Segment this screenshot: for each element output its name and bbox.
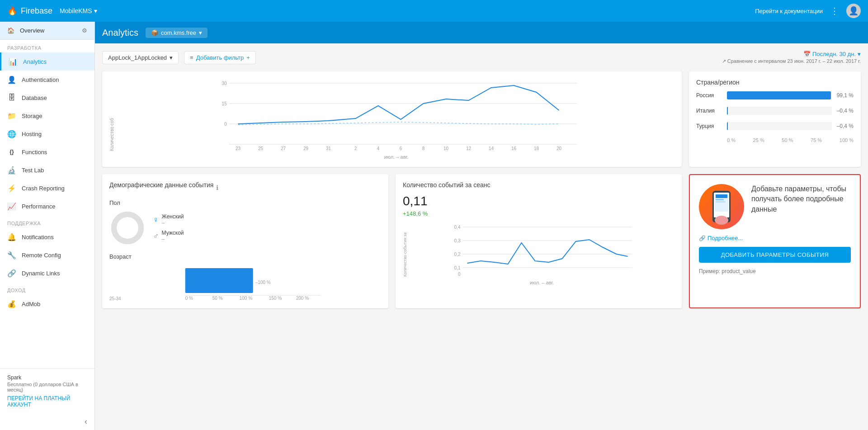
sidebar-section-revenue-label: ДОХОД — [0, 282, 94, 295]
add-filter-button[interactable]: ≡ Добавить фильтр + — [184, 51, 256, 64]
female-value: – — [162, 220, 184, 226]
subbar-chevron: ▾ — [199, 29, 202, 36]
sidebar-overview-label: Overview — [20, 27, 44, 34]
country-panel-title: Страна/регион — [696, 79, 854, 86]
age-bar-chart: –100 % 0 % 50 % 100 % 150 % 200 % — [125, 264, 381, 300]
sidebar-item-dynamiclinks-label: Dynamic Links — [22, 270, 60, 277]
settings-icon[interactable]: ⚙ — [82, 27, 87, 34]
subbar-package-selector[interactable]: 📦 com.kms.free ▾ — [146, 28, 208, 38]
country-bar-container-russia — [727, 91, 832, 99]
admob-icon: 💰 — [7, 299, 16, 308]
upgrade-link[interactable]: ПЕРЕЙТИ НА ПЛАТНЫЙ АККАУНТ — [7, 395, 87, 408]
calendar-icon: 📅 — [803, 51, 811, 57]
home-icon: 🏠 — [7, 27, 14, 34]
x-tick-75: 75 % — [811, 137, 822, 143]
sidebar-item-storage[interactable]: 📁 Storage — [0, 107, 94, 125]
svg-text:31: 31 — [326, 146, 331, 151]
documentation-link[interactable]: Перейти к документации — [755, 8, 823, 14]
sidebar-item-crashreporting[interactable]: ⚡ Crash Reporting — [0, 179, 94, 197]
svg-text:8: 8 — [422, 146, 425, 151]
svg-text:27: 27 — [281, 146, 286, 151]
svg-text:25: 25 — [258, 146, 264, 151]
svg-rect-25 — [185, 268, 253, 293]
sidebar-item-notifications[interactable]: 🔔 Notifications — [0, 228, 94, 246]
svg-rect-45 — [716, 199, 724, 200]
sidebar-item-database[interactable]: 🗄 Database — [0, 89, 94, 107]
package-icon: 📦 — [151, 29, 158, 36]
add-filter-label: Добавить фильтр — [196, 54, 244, 61]
sidebar-collapse-button[interactable]: ‹ — [0, 413, 94, 430]
country-name-russia: Россия — [696, 92, 723, 99]
user-avatar[interactable]: 👤 — [846, 4, 861, 18]
main-chart-panel: Количество соб 30 15 0 23 25 — [102, 71, 682, 167]
gender-item-male: ♂ Мужской – — [153, 230, 184, 242]
bottom-content-grid: Демографические данные события ℹ Пол ♀ Ж… — [102, 174, 861, 308]
sidebar-section-support: ПОДДЕРЖКА 🔔 Notifications 🔧 Remote Confi… — [0, 215, 94, 282]
subbar-package: com.kms.free — [161, 29, 196, 36]
sidebar-item-analytics[interactable]: 📊 Analytics — [0, 52, 94, 71]
country-bar-italy — [727, 107, 728, 115]
svg-text:14: 14 — [489, 146, 494, 151]
sidebar-bottom: Spark Бесплатно (0 долларов США в месяц)… — [0, 369, 94, 413]
x-tick-100: 100 % — [840, 137, 854, 143]
male-value: – — [162, 236, 184, 242]
date-range-selector[interactable]: 📅 Последн. 30 дн. ▾ ↗ Сравнение с интерв… — [722, 51, 861, 64]
dynamiclinks-icon: 🔗 — [7, 269, 16, 278]
phone-illustration — [706, 186, 737, 227]
more-options-icon[interactable]: ⋮ — [830, 5, 839, 16]
main-line-chart: 30 15 0 23 25 27 29 31 2 4 6 8 10 — [118, 79, 675, 151]
promo-panel: Добавьте параметры, чтобы получать более… — [689, 174, 861, 308]
promo-more-link[interactable]: 🔗 Подробнее... — [699, 235, 851, 241]
svg-text:2: 2 — [354, 146, 357, 151]
app-filter-select[interactable]: AppLock_1AppLocked ▾ — [102, 51, 179, 64]
gender-item-female: ♀ Женский – — [153, 213, 184, 226]
svg-text:0: 0 — [224, 122, 227, 127]
date-range-chevron: ▾ — [858, 51, 861, 57]
country-name-turkey: Турция — [696, 123, 723, 129]
flame-icon: 🔥 — [7, 6, 17, 16]
sidebar-item-functions[interactable]: {} Functions — [0, 143, 94, 161]
sidebar-item-performance-label: Performance — [22, 203, 55, 210]
events-chart-x-label: июл. – авг. — [409, 280, 675, 285]
sidebar-item-crashreporting-label: Crash Reporting — [22, 185, 65, 192]
add-event-params-button[interactable]: ДОБАВИТЬ ПАРАМЕТРЫ СОБЫТИЯ — [699, 247, 851, 263]
svg-text:100 %: 100 % — [239, 296, 252, 300]
subbar-title: Analytics — [102, 28, 138, 38]
notifications-icon: 🔔 — [7, 232, 16, 241]
demographics-panel: Демографические данные события ℹ Пол ♀ Ж… — [102, 174, 388, 308]
sidebar-item-authentication[interactable]: 👤 Authentication — [0, 71, 94, 89]
info-icon: ℹ — [216, 184, 218, 191]
sidebar-item-database-label: Database — [22, 95, 47, 101]
sidebar-item-hosting[interactable]: 🌐 Hosting — [0, 125, 94, 143]
country-pct-italy: –0,4 % — [835, 108, 854, 114]
age-section-title: Возраст — [109, 253, 381, 260]
topbar-project-name: MobileKMS — [60, 7, 92, 14]
sidebar-section-develop-label: РАЗРАБОТКА — [0, 40, 94, 52]
topbar-logo: 🔥 Firebase — [7, 6, 52, 16]
topbar: 🔥 Firebase MobileKMS ▾ Перейти к докумен… — [0, 0, 868, 22]
sidebar-item-admob[interactable]: 💰 AdMob — [0, 295, 94, 313]
svg-rect-44 — [716, 194, 727, 198]
country-bar-turkey — [727, 122, 728, 130]
country-pct-russia: 99,1 % — [835, 92, 854, 99]
sidebar-item-performance[interactable]: 📈 Performance — [0, 197, 94, 215]
sidebar-item-remoteconfig[interactable]: 🔧 Remote Config — [0, 246, 94, 264]
female-icon: ♀ — [153, 215, 159, 225]
sidebar-overview[interactable]: 🏠 Overview ⚙ — [0, 22, 94, 40]
svg-text:23: 23 — [236, 146, 241, 151]
analytics-icon: 📊 — [9, 57, 18, 66]
app-filter-chevron: ▾ — [170, 54, 173, 61]
topbar-right: Перейти к документации ⋮ 👤 — [755, 4, 861, 18]
svg-point-23 — [114, 214, 141, 241]
svg-text:30: 30 — [222, 81, 227, 86]
sidebar-item-analytics-label: Analytics — [23, 58, 47, 65]
country-row-russia: Россия 99,1 % — [696, 91, 854, 99]
topbar-project-selector[interactable]: MobileKMS ▾ — [60, 7, 97, 14]
topbar-app-name: Firebase — [21, 6, 52, 16]
top-content-grid: Количество соб 30 15 0 23 25 — [102, 71, 861, 167]
svg-text:10: 10 — [443, 146, 449, 151]
sidebar-item-dynamiclinks[interactable]: 🔗 Dynamic Links — [0, 264, 94, 282]
collapse-icon: ‹ — [85, 417, 87, 426]
promo-illustration — [699, 184, 744, 229]
sidebar-item-testlab[interactable]: 🔬 Test Lab — [0, 161, 94, 179]
